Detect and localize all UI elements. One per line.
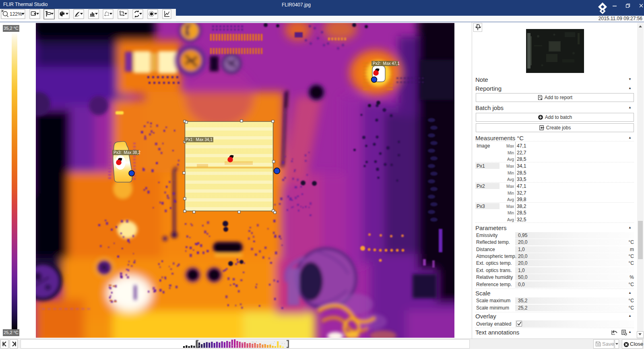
svg-text:Px2: Max 47,1: Px2: Max 47,1 bbox=[373, 61, 400, 66]
svg-text:122%: 122% bbox=[10, 11, 22, 17]
svg-text:Px3: Max 38,2: Px3: Max 38,2 bbox=[114, 150, 140, 155]
svg-text:Px1: Max 34,1: Px1: Max 34,1 bbox=[186, 137, 213, 142]
